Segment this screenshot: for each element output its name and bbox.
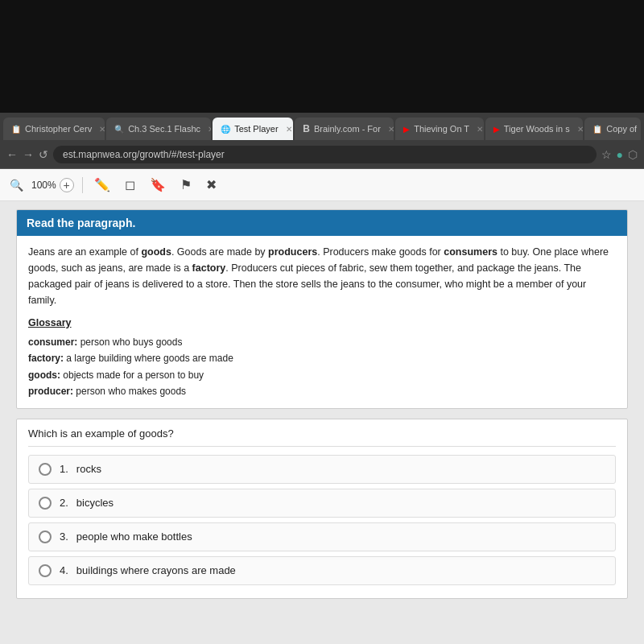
answer-option-4[interactable]: 4. buildings where crayons are made <box>28 556 616 585</box>
glossary-term-factory: factory: <box>28 353 64 364</box>
glossary-term-consumer: consumer: <box>28 336 77 348</box>
reading-header-text: Read the paragraph. <box>27 217 135 229</box>
tab-tiger-icon: ▶ <box>493 125 500 134</box>
reload-icon[interactable]: ↺ <box>39 148 48 161</box>
tab-christopher-close[interactable]: ✕ <box>99 125 105 134</box>
tab-brainly-close[interactable]: ✕ <box>388 125 394 134</box>
search-icon[interactable]: 🔍 <box>10 179 23 192</box>
tab-thieving-close[interactable]: ✕ <box>477 125 483 134</box>
tab-ch3-close[interactable]: ✕ <box>208 125 211 134</box>
tab-bar: 📋 Christopher Cerv ✕ 🔍 Ch.3 Sec.1 Flashc… <box>0 113 644 140</box>
option-4-number: 4. <box>60 564 68 576</box>
option-4-text: buildings where crayons are made <box>76 564 236 576</box>
app-toolbar: 🔍 100% + ✏️ ◻ 🔖 ⚑ ✖ <box>0 169 644 201</box>
tab-christopher-icon: 📋 <box>11 125 21 134</box>
glossary-term-producer: producer: <box>28 386 73 397</box>
reading-paragraph: Jeans are an example of goods. Goods are… <box>28 244 616 308</box>
glossary-section: Glossary consumer: person who buys goods… <box>28 315 616 400</box>
address-bar-row: ← → ↺ ☆ ● ⬡ <box>0 140 644 169</box>
tab-ch3-icon: 🔍 <box>114 125 124 134</box>
browser-window: 📋 Christopher Cerv ✕ 🔍 Ch.3 Sec.1 Flashc… <box>0 113 644 644</box>
toolbar-separator-1 <box>82 177 83 193</box>
eraser-button[interactable]: ◻ <box>122 175 138 194</box>
reading-card: Read the paragraph. Jeans are an example… <box>16 209 628 409</box>
option-2-text: bicycles <box>76 497 114 509</box>
tab-test-player-close[interactable]: ✕ <box>286 125 292 134</box>
bookmark-button[interactable]: 🔖 <box>147 175 169 194</box>
glossary-title: Glossary <box>28 315 616 331</box>
zoom-value: 100% <box>31 180 56 191</box>
tab-test-player-icon: 🌐 <box>221 125 230 134</box>
tab-test-player-label: Test Player <box>234 124 278 134</box>
pencil-button[interactable]: ✏️ <box>91 175 114 194</box>
option-3-text: people who make bottles <box>76 530 192 543</box>
option-1-text: rocks <box>76 463 101 475</box>
tab-copy-label: Copy of <box>606 124 637 134</box>
option-3-number: 3. <box>60 530 68 543</box>
tab-ch3[interactable]: 🔍 Ch.3 Sec.1 Flashc ✕ <box>106 118 211 140</box>
tab-brainly-icon: B <box>303 123 310 134</box>
tab-thieving[interactable]: ▶ Thieving On T ✕ <box>395 118 484 140</box>
black-top-bar <box>0 0 644 113</box>
zoom-control: 100% + <box>31 178 74 192</box>
glossary-term-goods: goods: <box>28 369 60 381</box>
glossary-item-consumer: consumer: person who buys goods <box>28 334 616 350</box>
glossary-item-factory: factory: a large building where goods ar… <box>28 350 616 366</box>
tab-christopher-label: Christopher Cerv <box>25 124 92 134</box>
address-input[interactable] <box>53 146 597 163</box>
profile-icon[interactable]: ● <box>617 148 623 161</box>
glossary-item-goods: goods: objects made for a person to buy <box>28 367 616 383</box>
reading-header: Read the paragraph. <box>17 210 627 236</box>
tab-thieving-icon: ▶ <box>403 125 410 134</box>
page-content: Read the paragraph. Jeans are an example… <box>0 201 644 644</box>
answer-option-1[interactable]: 1. rocks <box>28 455 616 484</box>
radio-3[interactable] <box>39 530 52 543</box>
tab-thieving-label: Thieving On T <box>414 124 469 134</box>
option-2-number: 2. <box>60 497 68 509</box>
star-icon[interactable]: ☆ <box>601 148 612 161</box>
tab-brainly-label: Brainly.com - For <box>314 124 381 134</box>
zoom-in-button[interactable]: + <box>60 178 74 192</box>
tab-tiger-label: Tiger Woods in s <box>504 124 570 134</box>
radio-1[interactable] <box>39 463 52 476</box>
tab-copy[interactable]: 📋 Copy of <box>584 118 641 140</box>
clear-button[interactable]: ✖ <box>203 175 220 194</box>
tab-tiger-close[interactable]: ✕ <box>577 125 584 134</box>
tab-copy-icon: 📋 <box>592 125 602 134</box>
answer-option-2[interactable]: 2. bicycles <box>28 489 616 518</box>
reading-body: Jeans are an example of goods. Goods are… <box>17 236 627 408</box>
option-1-number: 1. <box>60 463 68 475</box>
back-icon[interactable]: ← <box>6 148 18 161</box>
tab-tiger[interactable]: ▶ Tiger Woods in s ✕ <box>485 118 583 140</box>
tab-test-player[interactable]: 🌐 Test Player ✕ <box>213 118 293 140</box>
question-text: Which is an example of goods? <box>28 427 616 447</box>
forward-icon[interactable]: → <box>23 148 34 161</box>
extensions-icon[interactable]: ⬡ <box>628 148 638 161</box>
glossary-item-producer: producer: person who makes goods <box>28 383 616 399</box>
tab-christopher[interactable]: 📋 Christopher Cerv ✕ <box>3 118 105 140</box>
radio-4[interactable] <box>39 564 52 577</box>
answer-option-3[interactable]: 3. people who make bottles <box>28 522 616 551</box>
radio-2[interactable] <box>39 497 52 510</box>
flag-button[interactable]: ⚑ <box>177 175 195 194</box>
tab-brainly[interactable]: B Brainly.com - For ✕ <box>295 118 394 140</box>
question-area: Which is an example of goods? 1. rocks 2… <box>16 419 628 599</box>
tab-ch3-label: Ch.3 Sec.1 Flashc <box>128 124 200 134</box>
